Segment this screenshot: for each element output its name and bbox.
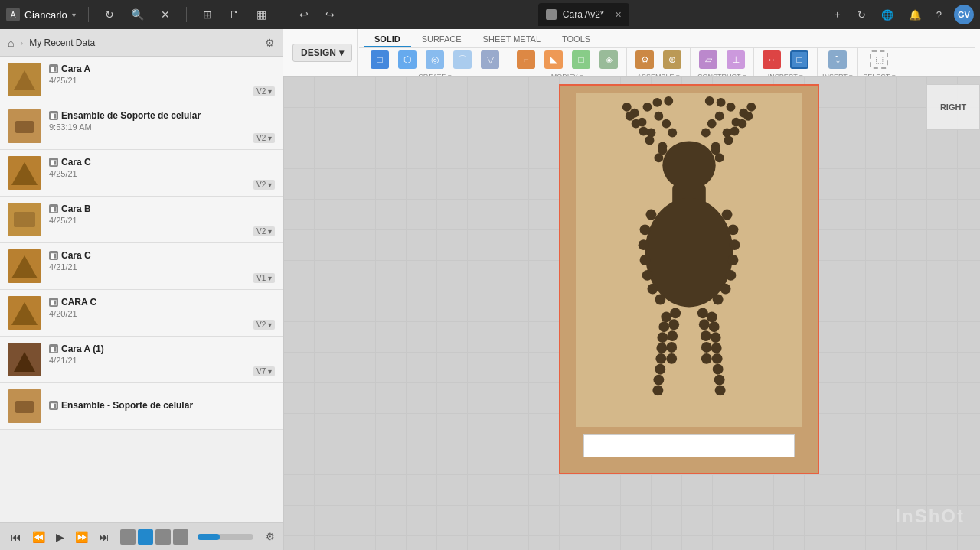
- construct-axis-btn[interactable]: ⊥: [723, 48, 749, 71]
- new-tab-btn[interactable]: ＋: [829, 6, 845, 23]
- item-thumbnail: [8, 109, 41, 143]
- pb-fill: [198, 534, 220, 540]
- item-thumbnail: [8, 343, 41, 376]
- pb-mode4-btn[interactable]: [173, 529, 188, 545]
- assemble-ground-btn[interactable]: ⊕: [659, 48, 685, 71]
- avatar[interactable]: GV: [954, 5, 974, 24]
- modify-shell-btn[interactable]: □: [568, 48, 594, 71]
- item-date: 4/21/21: [49, 356, 275, 365]
- redo-btn[interactable]: ↪: [322, 7, 338, 22]
- create-extrude-btn[interactable]: ⬡: [394, 48, 420, 71]
- select-section: ⬚ SELECT ▾: [858, 48, 900, 80]
- item-date: 4/21/21: [49, 262, 275, 272]
- viewport: RIGHT InShOt: [283, 76, 980, 550]
- pb-progress[interactable]: [198, 534, 253, 540]
- svg-point-57: [655, 353, 666, 364]
- insert-btn[interactable]: ⤵: [825, 48, 851, 71]
- tab-close[interactable]: ✕: [615, 10, 622, 20]
- item-name: Ensamble - Soporte de celular: [61, 400, 193, 411]
- home-icon[interactable]: ⌂: [8, 37, 14, 49]
- list-item[interactable]: ◧ Cara C 4/21/21 V1 ▾: [0, 243, 283, 290]
- nav-cube[interactable]: RIGHT: [926, 84, 980, 130]
- item-date: 4/20/21: [49, 309, 275, 318]
- assemble-joint-btn[interactable]: ⚙: [632, 48, 658, 71]
- create-box-btn[interactable]: □: [367, 48, 393, 71]
- search-btn[interactable]: 🔍: [127, 7, 148, 22]
- modify-chamfer-btn[interactable]: ◣: [541, 48, 567, 71]
- tab-solid[interactable]: SOLID: [364, 32, 411, 47]
- list-item[interactable]: ◧ Cara C 4/25/21 V2 ▾: [0, 150, 283, 197]
- component-icon: ◧: [49, 158, 58, 167]
- create-revolve-btn[interactable]: ◎: [422, 48, 448, 71]
- svg-point-72: [666, 342, 677, 353]
- svg-point-22: [664, 96, 673, 106]
- item-version[interactable]: V7 ▾: [253, 366, 275, 376]
- modify-fillet-btn[interactable]: ⌐: [513, 48, 539, 71]
- pb-last-btn[interactable]: ⏭: [96, 529, 113, 545]
- design-dropdown[interactable]: DESIGN ▾: [292, 44, 352, 62]
- pb-first-btn[interactable]: ⏮: [8, 529, 24, 545]
- refresh-btn[interactable]: ↻: [101, 7, 118, 22]
- undo-btn[interactable]: ↩: [296, 7, 312, 22]
- inspect-btn2[interactable]: □: [786, 48, 812, 71]
- item-version[interactable]: V2 ▾: [253, 180, 275, 190]
- help-btn[interactable]: ?: [933, 8, 945, 22]
- item-date: 9:53:19 AM: [49, 122, 275, 132]
- svg-point-42: [737, 119, 746, 129]
- svg-point-46: [662, 141, 715, 189]
- card-canvas: [559, 84, 819, 474]
- create-sweep-btn[interactable]: ⌒: [449, 48, 475, 71]
- list-item[interactable]: ◧ Ensamble - Soporte de celular: [0, 383, 283, 430]
- list-item[interactable]: ◧ Cara A 4/25/21 V2 ▾: [0, 57, 283, 103]
- inspect-measure-btn[interactable]: ↔: [759, 48, 785, 71]
- pb-prev-btn[interactable]: ⏪: [29, 529, 48, 545]
- component-icon: ◧: [49, 111, 58, 120]
- create-loft-btn[interactable]: ▽: [477, 48, 503, 71]
- item-version[interactable]: V2 ▾: [253, 226, 275, 236]
- tab-sheet-metal[interactable]: SHEET METAL: [472, 32, 551, 47]
- tab-refresh-btn[interactable]: ↻: [854, 8, 869, 22]
- item-version[interactable]: V2 ▾: [253, 320, 275, 330]
- item-version[interactable]: V2 ▾: [253, 86, 275, 96]
- layout-btn[interactable]: 🗋: [225, 7, 243, 22]
- list-item[interactable]: ◧ Ensamble de Soporte de celular 9:53:19…: [0, 103, 283, 150]
- pb-mode3-btn[interactable]: [155, 529, 171, 545]
- user-chevron[interactable]: ▾: [72, 11, 76, 19]
- item-version[interactable]: V2 ▾: [253, 133, 275, 143]
- list-item[interactable]: ◧ CARA C 4/20/21 V2 ▾: [0, 290, 283, 337]
- breadcrumb: My Recent Data: [29, 37, 95, 48]
- card-bottom-bar: [583, 434, 795, 457]
- construct-plane-btn[interactable]: ▱: [695, 48, 721, 71]
- svg-point-26: [639, 127, 648, 136]
- tab-tools[interactable]: TOOLS: [551, 32, 601, 47]
- svg-point-90: [713, 295, 724, 305]
- table-btn[interactable]: ▦: [253, 7, 270, 22]
- item-version[interactable]: V1 ▾: [253, 273, 275, 283]
- design-label: DESIGN: [301, 47, 336, 58]
- list-item[interactable]: ◧ Cara A (1) 4/21/21 V7 ▾: [0, 337, 283, 383]
- pb-play-btn[interactable]: ▶: [53, 529, 67, 545]
- gear-icon[interactable]: ⚙: [265, 37, 275, 49]
- svg-point-91: [646, 210, 657, 220]
- list-item[interactable]: ◧ Cara B 4/25/21 V2 ▾: [0, 197, 283, 243]
- svg-point-23: [654, 112, 663, 121]
- pb-mode2-btn[interactable]: [138, 529, 153, 545]
- modify-section: ⌐ ◣ □ ◈ MODIFY ▾: [508, 48, 627, 80]
- item-info: ◧ Ensamble de Soporte de celular 9:53:19…: [49, 110, 275, 143]
- close-btn[interactable]: ✕: [157, 7, 174, 22]
- modify-draft-btn[interactable]: ◈: [596, 48, 622, 71]
- grid-btn[interactable]: ⊞: [199, 7, 216, 22]
- construct-section: ▱ ⊥ CONSTRUCT ▾: [691, 48, 754, 80]
- pb-next-btn[interactable]: ⏩: [72, 529, 91, 545]
- pb-mode1-btn[interactable]: [120, 529, 136, 545]
- svg-point-75: [699, 319, 710, 330]
- tab-surface[interactable]: SURFACE: [411, 32, 472, 47]
- bell-btn[interactable]: 🔔: [906, 8, 924, 22]
- svg-point-39: [707, 119, 717, 129]
- item-info: ◧ Cara C 4/25/21 V2 ▾: [49, 157, 275, 190]
- tab-globe-btn[interactable]: 🌐: [878, 8, 897, 22]
- item-info: ◧ Cara B 4/25/21 V2 ▾: [49, 203, 275, 236]
- pb-gear-icon[interactable]: ⚙: [266, 531, 275, 542]
- select-btn[interactable]: ⬚: [866, 48, 892, 71]
- item-thumbnail: [8, 296, 41, 330]
